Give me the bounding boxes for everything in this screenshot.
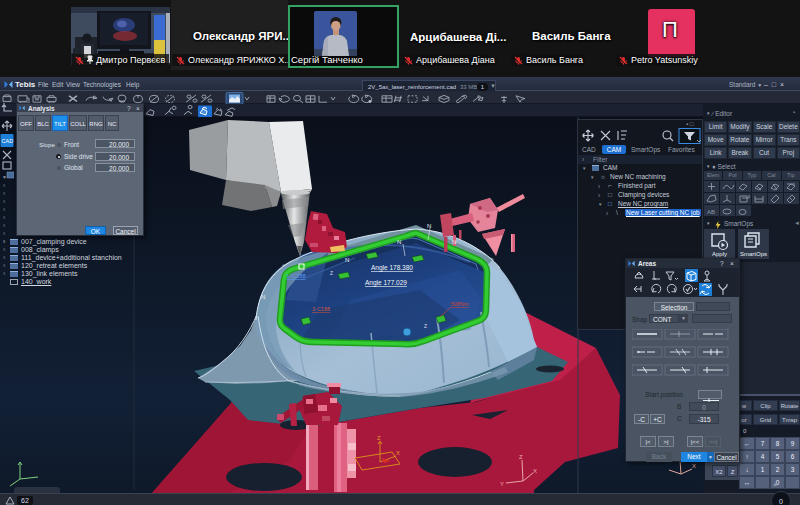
svg-text:▼: ▼ [2, 174, 7, 180]
svg-text:Z: Z [377, 435, 381, 441]
svg-text:N: N [345, 257, 349, 263]
svg-text:X: X [396, 450, 400, 456]
svg-text:Z: Z [330, 270, 333, 276]
svg-text:›: › [3, 198, 5, 205]
svg-text:Angle 178.380: Angle 178.380 [371, 264, 413, 272]
svg-text:508Nm: 508Nm [451, 301, 469, 307]
svg-text:Angle 177.029: Angle 177.029 [365, 279, 407, 287]
svg-text:N: N [427, 223, 431, 229]
svg-text:CAD: CAD [2, 138, 14, 144]
svg-text:›: › [3, 182, 5, 189]
svg-text:AB: AB [707, 209, 715, 215]
svg-text:N: N [397, 239, 401, 245]
svg-text:X: X [533, 468, 537, 474]
svg-text:›: › [3, 206, 5, 213]
svg-text:Y: Y [500, 481, 504, 487]
svg-text:3-C188: 3-C188 [312, 306, 330, 312]
svg-text:N: N [452, 239, 456, 245]
svg-text:›: › [3, 190, 5, 197]
svg-text:›: › [3, 222, 5, 229]
svg-text:1-C.188: 1-C.188 [286, 273, 306, 279]
svg-text:N: N [261, 294, 265, 300]
svg-text:Z: Z [519, 454, 523, 460]
svg-text:Z: Z [424, 323, 427, 329]
svg-text:›: › [3, 214, 5, 221]
svg-text:X: X [692, 463, 696, 469]
